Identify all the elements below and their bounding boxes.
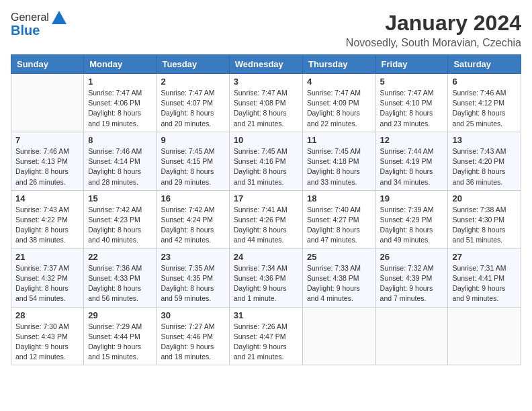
calendar-cell: 22Sunrise: 7:36 AMSunset: 4:33 PMDayligh… bbox=[84, 248, 157, 307]
day-info: Sunrise: 7:34 AMSunset: 4:36 PMDaylight:… bbox=[234, 263, 298, 304]
day-number: 5 bbox=[380, 77, 444, 87]
calendar-cell: 7Sunrise: 7:46 AMSunset: 4:13 PMDaylight… bbox=[11, 132, 84, 190]
day-number: 15 bbox=[88, 193, 152, 203]
day-info: Sunrise: 7:32 AMSunset: 4:39 PMDaylight:… bbox=[380, 263, 444, 304]
day-info: Sunrise: 7:46 AMSunset: 4:12 PMDaylight:… bbox=[452, 88, 517, 129]
calendar-cell: 12Sunrise: 7:44 AMSunset: 4:19 PMDayligh… bbox=[375, 132, 448, 190]
logo-triangle-icon bbox=[52, 11, 66, 24]
title-area: January 2024 Novosedly, South Moravian, … bbox=[346, 11, 521, 49]
svg-marker-0 bbox=[52, 11, 66, 24]
day-number: 10 bbox=[234, 135, 298, 145]
day-info: Sunrise: 7:41 AMSunset: 4:26 PMDaylight:… bbox=[234, 205, 298, 246]
calendar-cell: 18Sunrise: 7:40 AMSunset: 4:27 PMDayligh… bbox=[302, 190, 375, 248]
calendar-cell: 11Sunrise: 7:45 AMSunset: 4:18 PMDayligh… bbox=[302, 132, 375, 190]
calendar-week-row: 7Sunrise: 7:46 AMSunset: 4:13 PMDaylight… bbox=[11, 132, 521, 190]
day-info: Sunrise: 7:27 AMSunset: 4:46 PMDaylight:… bbox=[161, 322, 224, 363]
day-info: Sunrise: 7:47 AMSunset: 4:06 PMDaylight:… bbox=[88, 88, 152, 129]
calendar-cell: 14Sunrise: 7:43 AMSunset: 4:22 PMDayligh… bbox=[11, 190, 84, 248]
calendar-cell: 9Sunrise: 7:45 AMSunset: 4:15 PMDaylight… bbox=[157, 132, 229, 190]
calendar-cell: 4Sunrise: 7:47 AMSunset: 4:09 PMDaylight… bbox=[302, 74, 375, 132]
calendar-cell: 6Sunrise: 7:46 AMSunset: 4:12 PMDaylight… bbox=[448, 74, 521, 132]
calendar-day-header: Wednesday bbox=[229, 55, 302, 74]
day-number: 2 bbox=[161, 77, 224, 87]
day-number: 22 bbox=[88, 252, 152, 262]
calendar-day-header: Monday bbox=[84, 55, 157, 74]
day-number: 21 bbox=[15, 252, 79, 262]
day-info: Sunrise: 7:38 AMSunset: 4:30 PMDaylight:… bbox=[452, 205, 517, 246]
calendar-cell: 10Sunrise: 7:45 AMSunset: 4:16 PMDayligh… bbox=[229, 132, 302, 190]
calendar-cell: 2Sunrise: 7:47 AMSunset: 4:07 PMDaylight… bbox=[157, 74, 229, 132]
day-number: 27 bbox=[452, 252, 517, 262]
calendar-cell: 21Sunrise: 7:37 AMSunset: 4:32 PMDayligh… bbox=[11, 248, 84, 307]
calendar-cell: 8Sunrise: 7:46 AMSunset: 4:14 PMDaylight… bbox=[84, 132, 157, 190]
location-subtitle: Novosedly, South Moravian, Czechia bbox=[346, 37, 521, 49]
calendar-cell: 28Sunrise: 7:30 AMSunset: 4:43 PMDayligh… bbox=[11, 307, 84, 365]
day-info: Sunrise: 7:43 AMSunset: 4:22 PMDaylight:… bbox=[15, 205, 79, 246]
day-number: 7 bbox=[15, 135, 79, 145]
logo: General Blue bbox=[11, 11, 66, 38]
calendar-cell: 15Sunrise: 7:42 AMSunset: 4:23 PMDayligh… bbox=[84, 190, 157, 248]
day-info: Sunrise: 7:42 AMSunset: 4:23 PMDaylight:… bbox=[88, 205, 152, 246]
day-info: Sunrise: 7:44 AMSunset: 4:19 PMDaylight:… bbox=[380, 146, 444, 187]
calendar-cell: 19Sunrise: 7:39 AMSunset: 4:29 PMDayligh… bbox=[375, 190, 448, 248]
calendar-cell: 27Sunrise: 7:31 AMSunset: 4:41 PMDayligh… bbox=[448, 248, 521, 307]
day-info: Sunrise: 7:47 AMSunset: 4:08 PMDaylight:… bbox=[234, 88, 298, 129]
day-info: Sunrise: 7:30 AMSunset: 4:43 PMDaylight:… bbox=[15, 322, 79, 363]
calendar-cell: 13Sunrise: 7:43 AMSunset: 4:20 PMDayligh… bbox=[448, 132, 521, 190]
calendar-cell bbox=[448, 307, 521, 365]
calendar-table: SundayMondayTuesdayWednesdayThursdayFrid… bbox=[11, 54, 521, 365]
month-year-title: January 2024 bbox=[346, 11, 521, 36]
calendar-cell: 30Sunrise: 7:27 AMSunset: 4:46 PMDayligh… bbox=[157, 307, 229, 365]
day-info: Sunrise: 7:35 AMSunset: 4:35 PMDaylight:… bbox=[161, 263, 224, 304]
day-number: 16 bbox=[161, 193, 224, 203]
calendar-week-row: 28Sunrise: 7:30 AMSunset: 4:43 PMDayligh… bbox=[11, 307, 521, 365]
calendar-cell: 31Sunrise: 7:26 AMSunset: 4:47 PMDayligh… bbox=[229, 307, 302, 365]
day-info: Sunrise: 7:45 AMSunset: 4:16 PMDaylight:… bbox=[234, 146, 298, 187]
calendar-cell: 20Sunrise: 7:38 AMSunset: 4:30 PMDayligh… bbox=[448, 190, 521, 248]
calendar-cell: 25Sunrise: 7:33 AMSunset: 4:38 PMDayligh… bbox=[302, 248, 375, 307]
calendar-cell bbox=[302, 307, 375, 365]
day-number: 4 bbox=[307, 77, 371, 87]
day-number: 29 bbox=[88, 310, 152, 320]
calendar-day-header: Sunday bbox=[11, 55, 84, 74]
day-number: 11 bbox=[307, 135, 371, 145]
day-info: Sunrise: 7:46 AMSunset: 4:13 PMDaylight:… bbox=[15, 146, 79, 187]
logo-blue-text: Blue bbox=[11, 23, 40, 38]
day-number: 17 bbox=[234, 193, 298, 203]
day-number: 30 bbox=[161, 310, 224, 320]
day-number: 8 bbox=[88, 135, 152, 145]
calendar-cell: 24Sunrise: 7:34 AMSunset: 4:36 PMDayligh… bbox=[229, 248, 302, 307]
day-number: 14 bbox=[15, 193, 79, 203]
day-number: 1 bbox=[88, 77, 152, 87]
day-number: 31 bbox=[234, 310, 298, 320]
calendar-cell: 26Sunrise: 7:32 AMSunset: 4:39 PMDayligh… bbox=[375, 248, 448, 307]
day-number: 6 bbox=[452, 77, 517, 87]
calendar-cell: 1Sunrise: 7:47 AMSunset: 4:06 PMDaylight… bbox=[84, 74, 157, 132]
day-number: 9 bbox=[161, 135, 224, 145]
day-info: Sunrise: 7:46 AMSunset: 4:14 PMDaylight:… bbox=[88, 146, 152, 187]
calendar-header-row: SundayMondayTuesdayWednesdayThursdayFrid… bbox=[11, 55, 521, 74]
calendar-day-header: Tuesday bbox=[157, 55, 229, 74]
day-info: Sunrise: 7:40 AMSunset: 4:27 PMDaylight:… bbox=[307, 205, 371, 246]
day-info: Sunrise: 7:42 AMSunset: 4:24 PMDaylight:… bbox=[161, 205, 224, 246]
calendar-cell bbox=[375, 307, 448, 365]
calendar-cell: 3Sunrise: 7:47 AMSunset: 4:08 PMDaylight… bbox=[229, 74, 302, 132]
calendar-day-header: Friday bbox=[375, 55, 448, 74]
calendar-cell bbox=[11, 74, 84, 132]
day-number: 23 bbox=[161, 252, 224, 262]
day-number: 28 bbox=[15, 310, 79, 320]
calendar-cell: 23Sunrise: 7:35 AMSunset: 4:35 PMDayligh… bbox=[157, 248, 229, 307]
calendar-week-row: 21Sunrise: 7:37 AMSunset: 4:32 PMDayligh… bbox=[11, 248, 521, 307]
day-info: Sunrise: 7:31 AMSunset: 4:41 PMDaylight:… bbox=[452, 263, 517, 304]
calendar-cell: 17Sunrise: 7:41 AMSunset: 4:26 PMDayligh… bbox=[229, 190, 302, 248]
day-number: 25 bbox=[307, 252, 371, 262]
day-info: Sunrise: 7:36 AMSunset: 4:33 PMDaylight:… bbox=[88, 263, 152, 304]
calendar-day-header: Saturday bbox=[448, 55, 521, 74]
day-number: 19 bbox=[380, 193, 444, 203]
day-number: 20 bbox=[452, 193, 517, 203]
day-info: Sunrise: 7:45 AMSunset: 4:18 PMDaylight:… bbox=[307, 146, 371, 187]
page-header: General Blue January 2024 Novosedly, Sou… bbox=[11, 11, 521, 49]
day-info: Sunrise: 7:47 AMSunset: 4:09 PMDaylight:… bbox=[307, 88, 371, 129]
calendar-cell: 16Sunrise: 7:42 AMSunset: 4:24 PMDayligh… bbox=[157, 190, 229, 248]
day-info: Sunrise: 7:33 AMSunset: 4:38 PMDaylight:… bbox=[307, 263, 371, 304]
